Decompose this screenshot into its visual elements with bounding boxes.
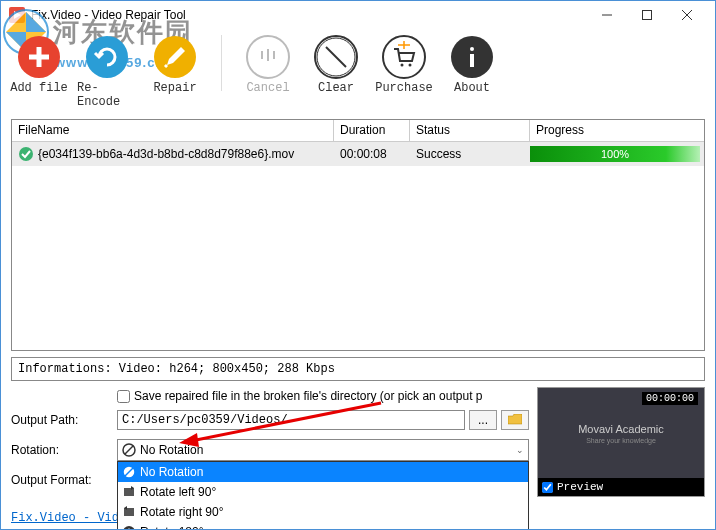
file-table: FileName Duration Status Progress {e034f…: [11, 119, 705, 351]
add-file-label: Add file: [10, 81, 68, 95]
toolbar-separator: [221, 35, 222, 91]
svg-point-17: [401, 64, 404, 67]
add-file-button[interactable]: Add file: [7, 33, 71, 97]
rotation-option-no-rotation[interactable]: No Rotation: [118, 462, 528, 482]
cell-filename: {e034f139-bb6a-4d3d-b8bd-c8d8d79f88e6}.m…: [38, 147, 294, 161]
preview-checkbox[interactable]: [542, 482, 553, 493]
preview-time: 00:00:00: [642, 392, 698, 405]
rotation-option-left-90[interactable]: Rotate left 90°: [118, 482, 528, 502]
progress-bar: 100%: [530, 146, 700, 162]
save-in-broken-label: Save repaired file in the broken file's …: [134, 389, 482, 403]
save-in-broken-checkbox[interactable]: [117, 390, 130, 403]
svg-rect-3: [643, 11, 652, 20]
th-duration[interactable]: Duration: [334, 120, 410, 142]
open-folder-button[interactable]: [501, 410, 529, 430]
svg-line-15: [326, 47, 346, 67]
chevron-down-icon: ⌄: [516, 445, 524, 455]
output-path-input[interactable]: [117, 410, 465, 430]
rotation-option-180[interactable]: Rotate 180°: [118, 522, 528, 530]
success-check-icon: [18, 146, 34, 162]
rotation-label: Rotation:: [11, 443, 117, 457]
about-button[interactable]: About: [440, 33, 504, 97]
purchase-label: Purchase: [375, 81, 433, 95]
cell-duration: 00:00:08: [334, 147, 410, 161]
svg-point-22: [19, 147, 33, 161]
status-link[interactable]: Fix.Video - Vide: [11, 511, 126, 525]
purchase-button[interactable]: Purchase: [372, 33, 436, 97]
re-encode-label: Re-Encode: [77, 81, 137, 109]
table-header: FileName Duration Status Progress: [12, 120, 704, 142]
svg-point-9: [86, 36, 128, 78]
clear-label: Clear: [318, 81, 354, 95]
table-row[interactable]: {e034f139-bb6a-4d3d-b8bd-c8d8d79f88e6}.m…: [12, 142, 704, 166]
svg-rect-27: [124, 488, 134, 496]
window-title: Fix.Video - Video Repair Tool: [31, 8, 587, 22]
about-label: About: [454, 81, 490, 95]
preview-subtitle: Share your knowledge: [586, 437, 656, 444]
th-filename[interactable]: FileName: [12, 120, 334, 142]
th-progress[interactable]: Progress: [530, 120, 704, 142]
cell-status: Success: [410, 147, 530, 161]
no-rotation-icon: [122, 443, 136, 457]
preview-checkbox-label: Preview: [557, 481, 603, 493]
svg-point-20: [470, 47, 474, 51]
form-area: Save repaired file in the broken file's …: [11, 389, 529, 497]
svg-point-18: [409, 64, 412, 67]
toolbar: Add file Re-Encode Repair Cancel Clear P…: [1, 29, 715, 113]
cancel-button[interactable]: Cancel: [236, 33, 300, 97]
preview-title: Movavi Academic: [578, 423, 664, 435]
minimize-button[interactable]: [587, 3, 627, 27]
re-encode-button[interactable]: Re-Encode: [75, 33, 139, 111]
svg-point-29: [123, 526, 135, 530]
repair-button[interactable]: Repair: [143, 33, 207, 97]
rotation-option-right-90[interactable]: Rotate right 90°: [118, 502, 528, 522]
preview-panel: 00:00:00 Movavi Academic Share your know…: [537, 387, 705, 497]
titlebar: Fix.Video - Video Repair Tool: [1, 1, 715, 29]
rotation-dropdown[interactable]: No Rotation ⌄: [117, 439, 529, 461]
clear-button[interactable]: Clear: [304, 33, 368, 97]
app-icon: [9, 7, 25, 23]
th-status[interactable]: Status: [410, 120, 530, 142]
output-path-label: Output Path:: [11, 413, 117, 427]
svg-line-24: [125, 446, 133, 454]
close-button[interactable]: [667, 3, 707, 27]
cancel-label: Cancel: [246, 81, 289, 95]
browse-path-button[interactable]: ...: [469, 410, 497, 430]
svg-rect-28: [124, 508, 134, 516]
svg-line-11: [165, 65, 167, 67]
repair-label: Repair: [153, 81, 196, 95]
output-format-label: Output Format:: [11, 473, 117, 487]
folder-icon: [508, 414, 522, 426]
info-bar: Informations: Video: h264; 800x450; 288 …: [11, 357, 705, 381]
maximize-button[interactable]: [627, 3, 667, 27]
rotation-dropdown-list: No Rotation Rotate left 90° Rotate right…: [117, 461, 529, 530]
